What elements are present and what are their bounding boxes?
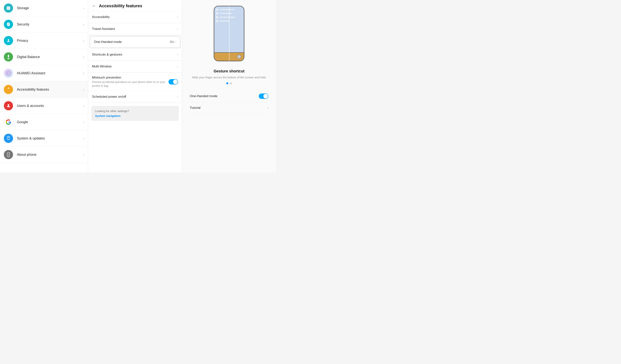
phone-dot [216,20,219,22]
phone-dot [216,12,219,15]
svg-point-5 [6,71,11,75]
svg-point-12 [8,139,9,140]
back-button[interactable]: ← [92,3,96,8]
middle-item-title-shortcuts-gestures: Shortcuts & gestures [92,53,177,56]
svg-rect-1 [7,8,10,9]
middle-panel: ← Accessibility features Accessibility›T… [88,0,182,172]
chevron-shortcuts-gestures: › [177,53,178,56]
middle-list: Accessibility›Travel Assistant›One-Hande… [88,11,182,172]
middle-item-title-mistouch-prevention: Mistouch prevention [92,76,169,80]
middle-item-title-travel-assistant: Travel Assistant [92,27,177,31]
gesture-title: Gesture shortcut [190,69,268,73]
sidebar-item-google[interactable]: Google› [0,114,88,130]
about-phone-icon [4,150,13,159]
sidebar-chevron-users-accounts: › [83,104,84,108]
sidebar-item-storage[interactable]: Storage› [0,0,88,16]
middle-item-accessibility[interactable]: Accessibility› [88,11,182,23]
phone-bar [220,13,232,14]
sidebar-chevron-accessibility-features: › [83,87,84,92]
sidebar-chevron-security: › [83,22,84,26]
chevron-one-handed-mode: › [175,40,176,44]
phone-dot [216,8,219,11]
sidebar-label-google: Google [17,120,83,124]
sidebar-chevron-about-phone: › [83,153,84,157]
sidebar-label-digital-balance: Digital Balance [17,55,83,59]
dots-indicator [190,82,268,84]
sidebar-item-accessibility-features[interactable]: Accessibility features› [0,82,88,98]
phone-illustration [214,6,244,61]
phone-body [214,6,244,61]
middle-item-title-accessibility: Accessibility [92,15,177,19]
middle-item-right-shortcuts-gestures: › [177,53,178,56]
sidebar-label-system-updates: System & updates [17,136,83,140]
middle-item-content-multi-window: Multi-Window [92,65,177,68]
right-setting-one-handed-mode-toggle[interactable]: One-Handed mode [190,90,268,102]
middle-item-content-accessibility: Accessibility [92,15,177,19]
chevron-travel-assistant: › [177,27,178,31]
svg-point-6 [7,72,10,74]
toggle-mistouch-prevention[interactable] [169,79,178,84]
sidebar-item-digital-balance[interactable]: Digital Balance› [0,49,88,65]
middle-item-one-handed-mode[interactable]: One-Handed modeOn› [90,36,180,48]
sidebar-label-storage: Storage [17,6,83,10]
phone-screen [214,6,244,52]
phone-bar [220,17,236,18]
right-setting-tutorial[interactable]: Tutorial› [190,102,268,114]
privacy-icon [4,36,13,45]
sidebar-label-privacy: Privacy [17,39,83,43]
middle-item-travel-assistant[interactable]: Travel Assistant› [88,23,182,35]
system-navigation-link[interactable]: System navigation [95,114,175,117]
sidebar-item-users-accounts[interactable]: Users & accounts› [0,98,88,114]
security-icon [4,20,13,29]
svg-point-8 [8,104,9,106]
middle-item-title-multi-window: Multi-Window [92,65,177,68]
chevron-multi-window: › [177,65,178,68]
middle-item-right-multi-window: › [177,65,178,68]
right-setting-label-tutorial: Tutorial [190,106,267,110]
sidebar-label-accessibility-features: Accessibility features [17,87,83,92]
svg-rect-4 [8,55,9,57]
phone-bar [220,9,234,10]
toggle-one-handed-mode-toggle[interactable] [259,94,268,99]
middle-item-content-one-handed-mode: One-Handed mode [94,40,170,44]
sidebar-item-privacy[interactable]: Privacy› [0,33,88,49]
google-icon [4,117,13,127]
info-box-text: Looking for other settings? [95,109,175,113]
middle-item-right-travel-assistant: › [177,27,178,31]
chevron-accessibility: › [177,15,178,19]
sidebar-item-security[interactable]: Security› [0,16,88,33]
phone-bar [220,20,230,22]
middle-item-shortcuts-gestures[interactable]: Shortcuts & gestures› [88,49,182,61]
phone-dot [216,16,219,18]
chevron-scheduled-power: › [177,95,178,99]
middle-item-scheduled-power[interactable]: Scheduled power on/off› [88,91,182,103]
middle-item-content-travel-assistant: Travel Assistant [92,27,177,31]
info-box: Looking for other settings?System naviga… [91,106,179,121]
middle-title: Accessibility features [99,3,142,8]
sidebar-chevron-huawei-assistant: › [83,71,84,75]
svg-point-3 [8,39,9,41]
sidebar: Storage›Security›Privacy›Digital Balance… [0,0,88,172]
accessibility-features-icon [4,85,13,94]
middle-item-mistouch-prevention[interactable]: Mistouch preventionPrevent accidental op… [88,73,182,91]
svg-rect-2 [7,9,10,10]
sidebar-label-users-accounts: Users & accounts [17,104,83,108]
dot-active [226,82,228,84]
system-updates-icon [4,134,13,143]
middle-item-right-one-handed-mode: On› [170,40,176,44]
sidebar-item-system-updates[interactable]: System & updates› [0,130,88,147]
right-setting-label-one-handed-mode-toggle: One-Handed mode [190,94,259,98]
middle-item-right-scheduled-power: › [177,95,178,99]
sidebar-chevron-system-updates: › [83,136,84,140]
chevron-tutorial: › [267,106,268,110]
middle-item-content-scheduled-power: Scheduled power on/off [92,95,177,99]
svg-point-7 [8,87,9,88]
sidebar-item-about-phone[interactable]: About phone› [0,147,88,163]
sidebar-label-huawei-assistant: HUAWEI Assistant [17,71,83,75]
users-accounts-icon [4,101,13,110]
middle-item-multi-window[interactable]: Multi-Window› [88,61,182,72]
sidebar-item-huawei-assistant[interactable]: HUAWEI Assistant› [0,65,88,82]
middle-item-right-accessibility: › [177,15,178,19]
right-settings: One-Handed modeTutorial› [190,90,268,114]
divider-scheduled-power [88,103,182,103]
